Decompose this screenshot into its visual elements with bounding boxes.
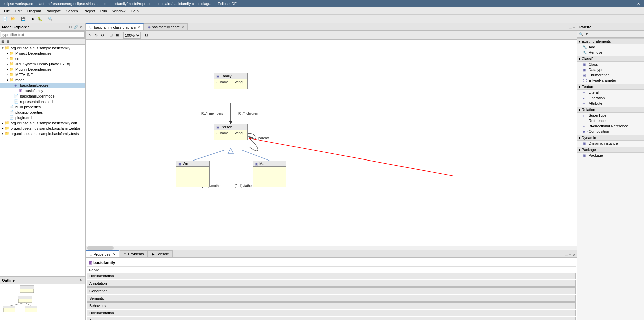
palette-item-datatype[interactable]: ▣Datatype (577, 67, 644, 72)
toolbar-save[interactable]: 💾 (20, 16, 27, 22)
palette-section-dynamic[interactable]: ▾Dynamic (577, 135, 644, 141)
palette-item-class[interactable]: ▣Class (577, 62, 644, 67)
palette-item-reference[interactable]: →Reference (577, 118, 644, 123)
close-button[interactable]: ✕ (636, 2, 641, 6)
menu-item-diagram[interactable]: Diagram (24, 8, 44, 14)
minimize-button[interactable]: ─ (623, 2, 628, 6)
bottom-panel-close[interactable]: ✕ (572, 253, 576, 257)
palette-layout[interactable]: ☰ (590, 31, 595, 37)
editor-zoom-in[interactable]: ⊕ (93, 32, 99, 38)
menu-item-file[interactable]: File (1, 8, 13, 14)
bottom-panel-minimize[interactable]: ─ (565, 253, 568, 257)
palette-item-composition[interactable]: ◆→Composition (577, 129, 644, 134)
props-section-generation[interactable]: Generation (87, 287, 576, 294)
bottom-tab-problems[interactable]: ⚠ Problems (120, 250, 147, 257)
menu-item-run[interactable]: Run (98, 8, 110, 14)
props-section-documentation[interactable]: Documentation (87, 273, 576, 279)
tree-item-src[interactable]: ▸📁src (0, 56, 85, 61)
palette-item-bi-directional-reference[interactable]: ↔Bi-directional Reference (577, 123, 644, 129)
class-family[interactable]: ▣ Family ▭ name : EString (214, 73, 248, 89)
class-woman[interactable]: ▣ Woman (176, 161, 210, 187)
tree-item-root[interactable]: ▾📁org.eclipse.sirius.sample.basicfamily (0, 45, 85, 51)
palette-search[interactable]: 🔍 (578, 31, 584, 37)
tree-toggle-jre[interactable]: ▸ (5, 62, 9, 66)
tab-basicfamily-ecore[interactable]: ◈ basicfamily.ecore ✕ (144, 23, 187, 30)
tree-item-plugin.properties[interactable]: 📄plugin.properties (0, 110, 85, 115)
tree-item-projdep[interactable]: ▸📁Project Dependencies (0, 51, 85, 56)
tree-item-representations.aird[interactable]: 📄representations.aird (0, 99, 85, 104)
editor-minimize[interactable]: ─ (569, 26, 572, 30)
editor-layout[interactable]: ⊟ (144, 32, 149, 38)
palette-item-add[interactable]: 🔧Add (577, 44, 644, 50)
menu-item-project[interactable]: Project (81, 8, 98, 14)
tree-toggle-projdep[interactable]: ▸ (5, 52, 9, 55)
palette-section-existing-elements[interactable]: ▾Existing Elements (577, 38, 644, 44)
tree-item-build.properties[interactable]: 📄build.properties (0, 104, 85, 110)
palette-item-package[interactable]: ▣Package (577, 153, 644, 158)
editor-arrow-tool[interactable]: ↖ (87, 32, 93, 38)
tree-toggle-root[interactable]: ▾ (1, 46, 5, 50)
palette-item-remove[interactable]: 🔧Remove (577, 50, 644, 55)
tab-diagram-close[interactable]: ✕ (137, 25, 140, 29)
zoom-select[interactable]: 50% 75% 100% 125% 150% (123, 32, 141, 39)
tab-ecore-close[interactable]: ✕ (181, 25, 184, 29)
toolbar-search[interactable]: 🔍 (47, 16, 54, 22)
tree-item-sirius.tests[interactable]: ▸📁org.eclipse.sirius.sample.basicfamily.… (0, 131, 85, 136)
editor-zoom-out[interactable]: ⊖ (100, 32, 105, 38)
diagram-canvas[interactable]: [0..*] members [0..*] children [0..2] pa… (86, 40, 577, 250)
palette-settings[interactable]: ⚙ (585, 31, 590, 37)
palette-item-enumeration[interactable]: ▣Enumeration (577, 72, 644, 78)
palette-section-feature[interactable]: ▾Feature (577, 84, 644, 90)
outline-close[interactable]: ✕ (79, 278, 83, 282)
class-person[interactable]: ▣ Person ▭ name : EString (214, 124, 248, 140)
tree-item-basicfamily.ecore[interactable]: ◈basicfamily.ecore (0, 83, 85, 88)
menu-item-navigate[interactable]: Navigate (44, 8, 63, 14)
tree-container[interactable]: ▾📁org.eclipse.sirius.sample.basicfamily▸… (0, 45, 85, 276)
tree-item-sirius.edit[interactable]: ▸📁org.eclipse.sirius.sample.basicfamily.… (0, 120, 85, 126)
menu-item-window[interactable]: Window (110, 8, 128, 14)
bottom-panel-maximize[interactable]: □ (568, 253, 572, 257)
palette-item-supertype[interactable]: ↑SuperType (577, 113, 644, 118)
editor-maximize[interactable]: □ (572, 26, 576, 30)
tree-toggle-plugin[interactable]: ▸ (5, 68, 9, 71)
model-explorer-close[interactable]: ✕ (79, 25, 83, 29)
tree-item-metainf[interactable]: ▸📁META-INF (0, 72, 85, 77)
palette-item-etypeparameter[interactable]: ⟨T⟩ETypeParameter (577, 78, 644, 83)
palette-item-dynamic-instance[interactable]: ▣Dynamic instance (577, 141, 644, 146)
tree-toggle-sirius.edit[interactable]: ▸ (1, 121, 5, 125)
properties-tab-close[interactable]: ✕ (113, 253, 116, 256)
palette-item-attribute[interactable]: ─Attribute (577, 101, 644, 106)
tree-item-plugin.xml[interactable]: 📄plugin.xml (0, 115, 85, 120)
editor-fit[interactable]: ⊡ (108, 32, 114, 38)
palette-item-literal[interactable]: ─Literal (577, 90, 644, 95)
link-with-editor-button[interactable]: 🔗 (73, 25, 78, 29)
props-section-annotation[interactable]: Annotation (87, 280, 576, 287)
props-section-semantic[interactable]: Semantic (87, 295, 576, 302)
tree-toggle-sirius.tests[interactable]: ▸ (1, 132, 5, 135)
tree-toggle-metainf[interactable]: ▸ (5, 73, 9, 76)
palette-item-operation[interactable]: ●Operation (577, 95, 644, 101)
menu-item-edit[interactable]: Edit (13, 8, 24, 14)
tree-item-plugin[interactable]: ▸📁Plug-in Dependencies (0, 67, 85, 72)
props-section-appearance[interactable]: Appearance (87, 317, 576, 320)
toolbar-debug[interactable]: 🐛 (36, 16, 44, 22)
palette-section-package[interactable]: ▾Package (577, 147, 644, 153)
palette-section-relation[interactable]: ▾Relation (577, 107, 644, 113)
tree-item-jre[interactable]: ▸📁JRE System Library [JavaSE-1.8] (0, 61, 85, 67)
tree-toggle-model[interactable]: ▾ (5, 78, 9, 82)
tree-toggle-src[interactable]: ▸ (5, 57, 9, 60)
tree-collapse[interactable]: ⊟ (0, 39, 5, 44)
menu-item-help[interactable]: Help (128, 8, 141, 14)
props-section-documentation[interactable]: Documentation (87, 310, 576, 316)
props-section-behaviors[interactable]: Behaviors (87, 302, 576, 309)
bottom-tab-console[interactable]: ▶ Console (148, 250, 173, 257)
class-man[interactable]: ▣ Man (253, 161, 286, 187)
menu-item-search[interactable]: Search (64, 8, 81, 14)
tree-expand[interactable]: ⊞ (6, 39, 10, 44)
tree-item-sirius.editor[interactable]: ▸📁org.eclipse.sirius.sample.basicfamily.… (0, 126, 85, 131)
maximize-button[interactable]: □ (629, 2, 634, 6)
toolbar-run[interactable]: ▶ (30, 16, 36, 22)
tree-item-basicfamily.genmodel[interactable]: 📄basicfamily.genmodel (0, 93, 85, 99)
editor-arrange[interactable]: ⊞ (115, 32, 120, 38)
collapse-all-button[interactable]: ⊟ (68, 25, 72, 29)
